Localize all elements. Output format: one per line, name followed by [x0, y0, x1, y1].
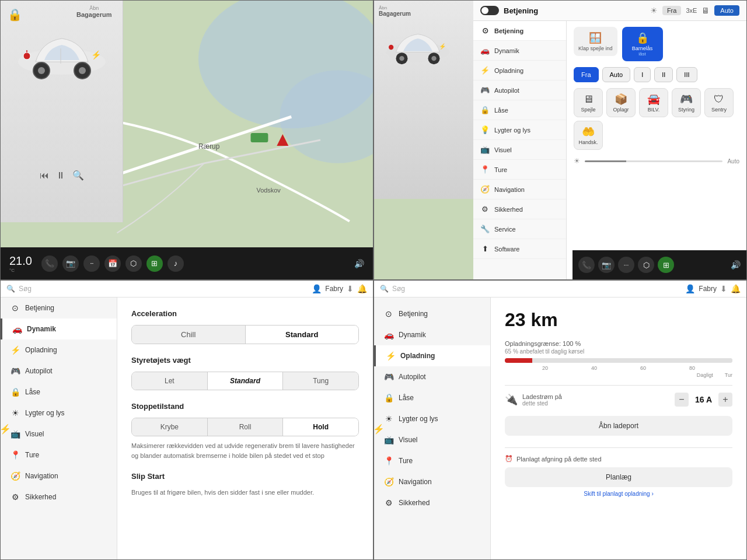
sidebar-item-betjening[interactable]: ⊙ Betjening	[473, 21, 566, 41]
q3-sidebar-lygter[interactable]: ☀ Lygter og lys	[1, 402, 117, 424]
bilv-icon-btn[interactable]: 🚘 BILV.	[639, 88, 668, 117]
q3-search-input[interactable]: Søg	[19, 285, 312, 293]
sidebar-item-lygter[interactable]: 💡 Lygter og lys	[473, 120, 566, 140]
camera-icon[interactable]: 📷	[62, 256, 79, 272]
q4-sidebar-visuel[interactable]: 📺 Visuel	[374, 429, 490, 450]
phone-icon-right[interactable]: 📞	[578, 257, 595, 273]
q4-opladning-content: 23 km Opladningsgrænse: 100 % 65 % anbef…	[491, 298, 746, 559]
download-icon[interactable]: ⬇	[347, 284, 354, 293]
bell-icon[interactable]: 🔔	[357, 284, 367, 293]
auto-btn[interactable]: Auto	[714, 5, 739, 16]
ladestr-label: Ladestrøm på	[522, 393, 670, 400]
spotify-icon[interactable]: ♪	[167, 256, 184, 272]
q3-sidebar-opladning[interactable]: ⚡ Opladning	[1, 340, 117, 360]
q3-lygter-icon: ☀	[10, 408, 20, 418]
plan-link[interactable]: Skift til planlagt opladning ›	[505, 491, 732, 497]
q3-sidebar-visuel[interactable]: 📺 Visuel	[1, 424, 117, 444]
q3-sidebar-navigation[interactable]: 🧭 Navigation	[1, 466, 117, 487]
q4-sidebar-navigation[interactable]: 🧭 Navigation	[374, 471, 490, 492]
sidebar-item-navigation[interactable]: 🧭 Navigation	[473, 180, 566, 200]
calendar-icon[interactable]: 📅	[104, 256, 121, 272]
bluetooth-icon-right[interactable]: ⬡	[638, 257, 654, 273]
decrease-amps-btn[interactable]: −	[675, 393, 689, 407]
q4-search-input[interactable]: Søg	[392, 285, 685, 293]
pause-icon[interactable]: ⏸	[56, 170, 65, 181]
apps-grid-icon[interactable]: ⊞	[146, 256, 163, 272]
fra-label[interactable]: Fra	[662, 6, 682, 15]
sidebar-item-sikkerhed[interactable]: ⚙ Sikkerhed	[473, 200, 566, 219]
phone-icon[interactable]: 📞	[41, 256, 58, 272]
brightness-slider[interactable]	[585, 160, 722, 162]
q4-sidebar-lygter[interactable]: ☀ Lygter og lys	[374, 408, 490, 429]
q4-sidebar-betjening[interactable]: ⊙ Betjening	[374, 303, 490, 324]
standard-btn[interactable]: Standard	[246, 326, 359, 344]
increase-amps-btn[interactable]: +	[718, 393, 732, 407]
sidebar-item-software[interactable]: ⬆ Software	[473, 239, 566, 259]
q4-sidebar-dynamik[interactable]: 🚗 Dynamik	[374, 324, 490, 345]
settings-panel: Betjening ☀ Fra 3xE 🖥 Auto ⊙ Betjening 🚗…	[473, 1, 746, 279]
brightness-minus-icon[interactable]: ☀	[574, 157, 580, 165]
bluetooth-icon[interactable]: ⬡	[125, 256, 142, 272]
q3-sidebar-autopilot[interactable]: 🎮 Autopilot	[1, 360, 117, 382]
sidebar-item-ture[interactable]: 📍 Ture	[473, 160, 566, 180]
q3-sidebar-dynamik[interactable]: 🚗 Dynamik	[1, 318, 117, 340]
q4-sidebar-ture[interactable]: 📍 Ture	[374, 450, 490, 471]
spejle-icon-btn[interactable]: 🖥 Spejle	[574, 88, 603, 117]
amps-display: 16 A	[693, 395, 714, 404]
fra-audio-btn[interactable]: Fra	[574, 67, 599, 82]
stop-description: Maksimerer rækkevidden ved at udvide reg…	[131, 441, 359, 460]
quadrant-betjening: Rærup Åbn Bagagerum ⚡	[374, 0, 747, 280]
roll-btn[interactable]: Roll	[208, 418, 284, 436]
plan-btn[interactable]: Planlæg	[505, 467, 732, 487]
q4-sidebar-sikkerhed[interactable]: ⚙ Sikkerhed	[374, 492, 490, 513]
mode-I-btn[interactable]: I	[634, 67, 651, 82]
dots-icon[interactable]: ···	[83, 256, 100, 272]
search-media-icon[interactable]: 🔍	[72, 170, 84, 181]
svg-point-15	[23, 52, 30, 60]
q3-sidebar-sikkerhed[interactable]: ⚙ Sikkerhed	[1, 487, 117, 508]
acceleration-btn-group: Chill Standard	[131, 325, 359, 344]
sidebar-item-autopilot[interactable]: 🎮 Autopilot	[473, 80, 566, 100]
q3-sidebar-betjening[interactable]: ⊙ Betjening	[1, 298, 117, 318]
camera-icon-right[interactable]: 📷	[598, 257, 615, 273]
q4-sidebar-opladning[interactable]: ⚡ Opladning	[374, 345, 490, 366]
sidebar-item-dynamik[interactable]: 🚗 Dynamik	[473, 41, 566, 61]
sidebar-item-laase[interactable]: 🔒 Låse	[473, 100, 566, 120]
sidebar-item-opladning[interactable]: ⚡ Opladning	[473, 61, 566, 80]
hold-btn[interactable]: Hold	[283, 418, 358, 436]
q3-sidebar-laase[interactable]: 🔒 Låse	[1, 382, 117, 402]
auto-audio-btn[interactable]: Auto	[602, 67, 631, 82]
q4-sidebar-autopilot[interactable]: 🎮 Autopilot	[374, 366, 490, 387]
prev-icon[interactable]: ⏮	[40, 170, 49, 181]
q3-betjening-icon: ⊙	[10, 303, 20, 313]
q4-bell-icon[interactable]: 🔔	[731, 284, 741, 293]
handsk-icon-btn[interactable]: 🤲 Handsk.	[574, 121, 603, 150]
standard-steering-btn[interactable]: Standard	[208, 372, 284, 390]
oplager-icon-btn[interactable]: 📦 Oplagr	[606, 88, 636, 117]
charge-slider[interactable]	[505, 358, 732, 363]
mode-III-btn[interactable]: III	[676, 67, 697, 82]
barnelaas-btn[interactable]: 🔒 Barnelås låst	[622, 27, 663, 61]
q3-opladning-icon: ⚡	[10, 345, 20, 355]
q4-sidebar-laase[interactable]: 🔒 Låse	[374, 387, 490, 408]
styring-icon-btn[interactable]: 🎮 Styring	[672, 88, 701, 117]
dots-icon-right[interactable]: ···	[618, 257, 634, 273]
slip-start-section: Slip Start Bruges til at frigøre bilen, …	[131, 472, 359, 498]
let-btn[interactable]: Let	[132, 372, 208, 390]
apps-icon-right[interactable]: ⊞	[658, 257, 674, 273]
q4-download-icon[interactable]: ⬇	[720, 284, 727, 293]
q3-sidebar-ture[interactable]: 📍 Ture	[1, 444, 117, 466]
open-port-btn[interactable]: Åbn ladeport	[505, 416, 732, 436]
sidebar-item-visuel[interactable]: 📺 Visuel	[473, 140, 566, 160]
klap-spejle-btn[interactable]: 🪟 Klap spejle ind	[574, 27, 617, 56]
sentry-icon-btn[interactable]: 🛡 Sentry	[704, 88, 734, 117]
sidebar-item-service[interactable]: 🔧 Service	[473, 219, 566, 239]
mode-II-btn[interactable]: II	[654, 67, 673, 82]
tung-btn[interactable]: Tung	[283, 372, 358, 390]
screen-icon[interactable]: 🖥	[701, 6, 710, 15]
volume-icon-right: 🔊	[731, 260, 741, 270]
krybe-btn[interactable]: Krybe	[132, 418, 208, 436]
ladestr-section: 🔌 Ladestrøm på dette sted − 16 A +	[505, 393, 732, 407]
bagagerum-label[interactable]: Åbn Bagagerum	[76, 5, 112, 18]
chill-btn[interactable]: Chill	[132, 326, 246, 344]
